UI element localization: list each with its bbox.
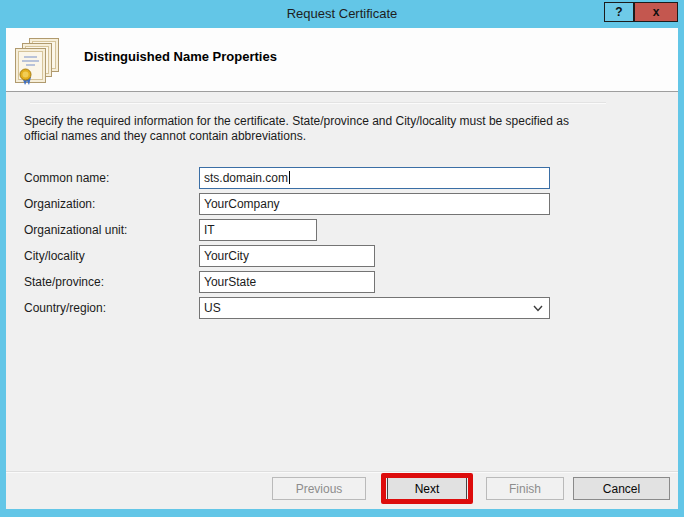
instructions-line-2: official names and they cannot contain a… (24, 129, 569, 144)
cancel-button[interactable]: Cancel (573, 477, 670, 500)
common-name-input[interactable]: sts.domain.com (199, 167, 550, 189)
instructions-text: Specify the required information for the… (24, 114, 569, 144)
organizational-unit-label: Organizational unit: (24, 219, 127, 241)
close-icon: x (653, 5, 660, 19)
chevron-down-icon (533, 305, 543, 312)
country-region-select[interactable]: US (199, 297, 550, 319)
wizard-header: Distinguished Name Properties (6, 28, 678, 92)
close-button[interactable]: x (634, 2, 678, 22)
title-bar[interactable]: Request Certificate (0, 0, 684, 28)
next-button[interactable]: Next (387, 477, 467, 500)
organization-input[interactable]: YourCompany (199, 193, 550, 215)
footer-divider (6, 471, 678, 473)
country-region-value: US (204, 301, 221, 315)
text-caret-icon (289, 171, 290, 184)
city-locality-input[interactable]: YourCity (199, 245, 375, 267)
window-title: Request Certificate (0, 6, 684, 21)
city-locality-label: City/locality (24, 245, 85, 267)
section-divider (30, 102, 606, 104)
certificates-stack-icon (14, 37, 62, 85)
country-region-label: Country/region: (24, 297, 106, 319)
organization-value: YourCompany (204, 197, 280, 211)
state-province-label: State/province: (24, 271, 104, 293)
organizational-unit-value: IT (204, 223, 215, 237)
previous-button: Previous (272, 477, 366, 500)
instructions-line-1: Specify the required information for the… (24, 114, 569, 129)
organizational-unit-input[interactable]: IT (199, 219, 317, 241)
state-province-value: YourState (204, 275, 256, 289)
city-locality-value: YourCity (204, 249, 249, 263)
page-title: Distinguished Name Properties (84, 49, 277, 64)
finish-button: Finish (486, 477, 564, 500)
organization-label: Organization: (24, 193, 95, 215)
question-mark-icon: ? (615, 5, 622, 19)
state-province-input[interactable]: YourState (199, 271, 375, 293)
help-button[interactable]: ? (604, 2, 634, 22)
common-name-label: Common name: (24, 167, 109, 189)
request-certificate-dialog: Request Certificate ? x (0, 0, 684, 517)
content-area: Specify the required information for the… (6, 92, 678, 509)
common-name-value: sts.domain.com (204, 171, 288, 185)
